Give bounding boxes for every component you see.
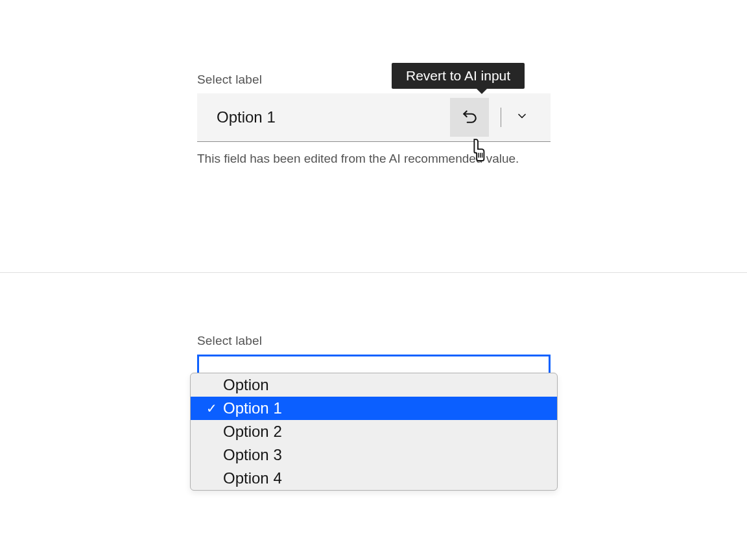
section-divider	[0, 272, 747, 273]
select-input-focused[interactable]: Option✓Option 1Option 2Option 3Option 4	[197, 355, 551, 403]
menu-item-label: Option	[223, 376, 269, 394]
menu-item[interactable]: Option	[191, 373, 557, 397]
chevron-down-icon	[516, 110, 528, 125]
menu-item-label: Option 2	[223, 423, 282, 441]
menu-item[interactable]: ✓Option 1	[191, 397, 557, 420]
revert-button[interactable]	[450, 98, 489, 137]
dropdown-menu: Option✓Option 1Option 2Option 3Option 4	[190, 373, 558, 491]
menu-item-label: Option 3	[223, 446, 282, 464]
dropdown-toggle[interactable]	[513, 108, 531, 126]
select-field-open: Select label Option✓Option 1Option 2Opti…	[197, 334, 551, 403]
checkmark-icon: ✓	[204, 401, 219, 416]
field-label: Select label	[197, 334, 551, 348]
menu-item-label: Option 1	[223, 399, 282, 417]
divider	[501, 108, 501, 127]
select-value: Option 1	[197, 108, 450, 126]
field-label: Select label	[197, 73, 551, 87]
menu-item[interactable]: Option 3	[191, 443, 557, 467]
menu-item[interactable]: Option 4	[191, 467, 557, 490]
select-actions	[450, 93, 551, 141]
menu-item-label: Option 4	[223, 469, 282, 487]
select-field-edited: Select label Revert to AI input Option 1	[197, 73, 551, 169]
helper-text: This field has been edited from the AI r…	[197, 150, 534, 169]
undo-icon	[461, 108, 478, 127]
menu-item[interactable]: Option 2	[191, 420, 557, 443]
select-input[interactable]: Revert to AI input Option 1	[197, 93, 551, 142]
